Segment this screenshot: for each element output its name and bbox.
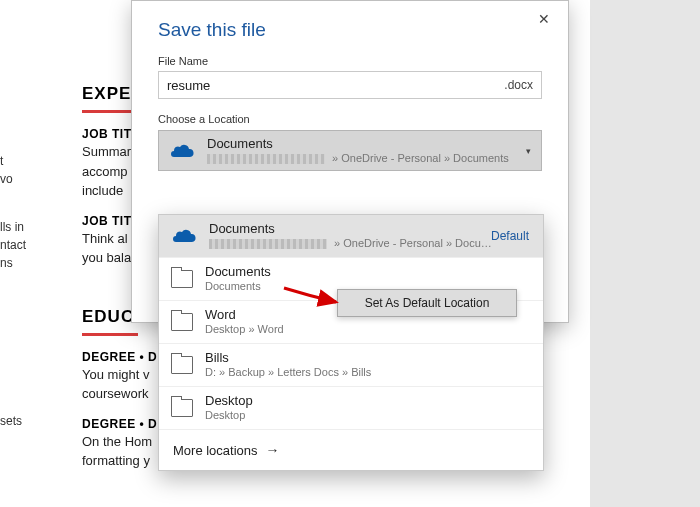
heading-underline <box>82 333 138 336</box>
close-icon[interactable]: ✕ <box>530 7 558 31</box>
redacted-text <box>209 239 327 249</box>
text-fragment: ntact <box>0 236 40 254</box>
heading-underline <box>82 110 138 113</box>
location-name: Word <box>205 308 284 323</box>
save-file-dialog: ✕ Save this file File Name .docx Choose … <box>131 0 569 323</box>
text-fragment: lls in <box>0 218 40 236</box>
selected-location-path: » OneDrive - Personal » Documents <box>207 152 509 165</box>
location-path: » OneDrive - Personal » Docu… <box>209 237 492 250</box>
location-item-bills[interactable]: Bills D: » Backup » Letters Docs » Bills <box>159 344 543 387</box>
folder-icon <box>171 270 193 288</box>
location-label: Choose a Location <box>132 99 568 127</box>
more-locations-link[interactable]: More locations → <box>159 430 543 470</box>
dialog-title: Save this file <box>132 1 568 47</box>
onedrive-icon <box>169 143 195 159</box>
location-name: Documents <box>209 222 492 237</box>
location-path: D: » Backup » Letters Docs » Bills <box>205 366 371 379</box>
selected-location-name: Documents <box>207 137 509 152</box>
location-path: Desktop <box>205 409 253 422</box>
onedrive-icon <box>171 228 197 244</box>
chevron-down-icon: ▾ <box>526 146 531 156</box>
folder-icon <box>171 356 193 374</box>
left-column-fragments: t vo lls in ntact ns sets <box>0 130 40 430</box>
text-fragment: ns <box>0 254 40 272</box>
more-locations-label: More locations <box>173 443 258 458</box>
text-fragment: sets <box>0 412 40 430</box>
location-path: Desktop » Word <box>205 323 284 336</box>
location-list: Documents » OneDrive - Personal » Docu… … <box>158 214 544 471</box>
location-dropdown[interactable]: Documents » OneDrive - Personal » Docume… <box>158 130 542 171</box>
default-badge: Default <box>491 229 529 243</box>
file-extension: .docx <box>504 78 533 92</box>
redacted-text <box>207 154 325 164</box>
filename-input[interactable] <box>167 78 504 93</box>
location-name: Documents <box>205 265 271 280</box>
folder-icon <box>171 313 193 331</box>
page-margin-grey <box>590 0 700 507</box>
location-path: Documents <box>205 280 271 293</box>
folder-icon <box>171 399 193 417</box>
filename-label: File Name <box>132 47 568 69</box>
text-fragment: t <box>0 152 40 170</box>
arrow-right-icon: → <box>266 442 280 458</box>
location-item-desktop[interactable]: Desktop Desktop <box>159 387 543 430</box>
set-default-location-button[interactable]: Set As Default Location <box>337 289 517 317</box>
location-item-onedrive-documents[interactable]: Documents » OneDrive - Personal » Docu… … <box>159 215 543 258</box>
location-name: Desktop <box>205 394 253 409</box>
location-name: Bills <box>205 351 371 366</box>
filename-field-wrapper[interactable]: .docx <box>158 71 542 99</box>
text-fragment: vo <box>0 170 40 188</box>
